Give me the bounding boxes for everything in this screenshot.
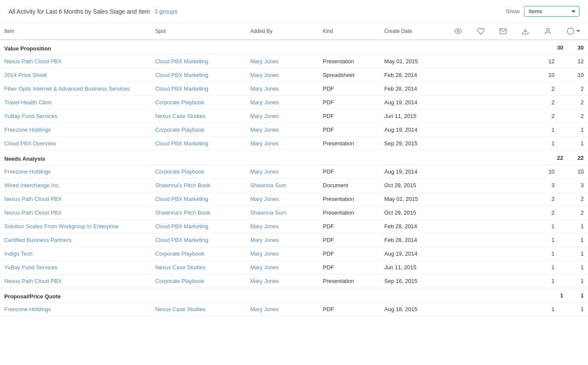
item-link[interactable]: Solution Scales From Workgroup to Enterp… [4, 223, 119, 230]
eye-icon [454, 27, 462, 35]
added-by-link[interactable]: Mary Jones [250, 264, 279, 271]
cell-added-by: Shawnna Sum [246, 206, 319, 220]
cell-spot: Corporate Playbook [151, 165, 246, 179]
cell-icon-download [514, 206, 536, 220]
cell-spot: Corporate Playbook [151, 274, 246, 288]
show-select[interactable]: Items Contacts Companies [524, 6, 579, 17]
item-link[interactable]: Cloud PBX Overview [4, 140, 56, 147]
cell-icon-eye [447, 274, 469, 288]
cell-count2: 2 [559, 109, 588, 123]
item-link[interactable]: Fiber Optic Internet & Advanced Business… [4, 85, 130, 92]
spot-link[interactable]: Cloud PBX Marketing [155, 58, 208, 65]
item-link[interactable]: Indigo Tech [4, 250, 32, 257]
item-link[interactable]: YuBay Fund Services [4, 113, 57, 119]
added-by-link[interactable]: Mary Jones [250, 306, 279, 312]
spot-link[interactable]: Nexus Case Studies [155, 113, 205, 119]
added-by-link[interactable]: Mary Jones [250, 85, 279, 92]
added-by-link[interactable]: Mary Jones [250, 278, 279, 284]
spot-link[interactable]: Shawnna's Pitch Book [155, 209, 210, 216]
cell-spot: Corporate Playbook [151, 96, 246, 109]
spot-link[interactable]: Nexus Case Studies [155, 264, 205, 271]
added-by-link[interactable]: Mary Jones [250, 250, 279, 257]
item-link[interactable]: Wired Interchange Inc. [4, 182, 60, 188]
added-by-link[interactable]: Mary Jones [250, 168, 279, 175]
spot-link[interactable]: Corporate Playbook [155, 168, 204, 175]
spot-link[interactable]: Corporate Playbook [155, 250, 204, 257]
added-by-link[interactable]: Mary Jones [250, 196, 279, 202]
cell-added-by: Mary Jones [246, 220, 319, 233]
cell-kind: PDF [319, 303, 380, 316]
cell-create-date: Feb 28, 2014 [380, 233, 447, 247]
added-by-link[interactable]: Mary Jones [250, 58, 279, 65]
added-by-link[interactable]: Mary Jones [250, 99, 279, 106]
cell-count1: 2 [536, 96, 559, 109]
cell-create-date: Aug 19, 2014 [380, 165, 447, 179]
spot-link[interactable]: Shawnna's Pitch Book [155, 182, 210, 188]
cell-spot: Shawnna's Pitch Book [151, 179, 246, 192]
item-link[interactable]: Freezone Holdings [4, 168, 51, 175]
cell-icon-eye [447, 165, 469, 179]
cell-icon-heart [469, 220, 491, 233]
cell-item: Indigo Tech [0, 247, 151, 261]
cell-spot: Cloud PBX Marketing [151, 82, 246, 96]
cell-kind: PDF [319, 109, 380, 123]
cell-icon-heart [469, 137, 491, 150]
item-link[interactable]: Nexus Path Cloud PBX [4, 196, 61, 202]
cell-count2: 1 [559, 303, 588, 316]
added-by-link[interactable]: Mary Jones [250, 72, 279, 78]
cell-create-date: Feb 28, 2014 [380, 220, 447, 233]
col-icon-download[interactable] [514, 23, 536, 40]
item-link[interactable]: Travel Health Clinic [4, 99, 52, 106]
cell-added-by: Mary Jones [246, 55, 319, 68]
cell-create-date: Aug 19, 2014 [380, 123, 447, 137]
cell-icon-mail [492, 68, 514, 82]
cell-icon-mail [492, 247, 514, 261]
spot-link[interactable]: Cloud PBX Marketing [155, 237, 208, 243]
added-by-link[interactable]: Mary Jones [250, 140, 279, 147]
cell-count2: 1 [559, 220, 588, 233]
cell-count1: 1 [536, 303, 559, 316]
cell-item: YuBay Fund Services [0, 261, 151, 274]
item-link[interactable]: Nexus Path Cloud PBX [4, 58, 61, 65]
cell-item: Nexus Path Cloud PBX [0, 192, 151, 206]
cell-count1: 1 [536, 220, 559, 233]
spot-link[interactable]: Cloud PBX Marketing [155, 196, 208, 202]
spot-link[interactable]: Cloud PBX Marketing [155, 85, 208, 92]
item-link[interactable]: Nexus Path Cloud PBX [4, 278, 61, 284]
item-link[interactable]: 2014 Price Sheet [4, 72, 47, 78]
cell-kind: PDF [319, 165, 380, 179]
col-icon-mail[interactable] [492, 23, 514, 40]
cell-icon-download [514, 137, 536, 150]
added-by-link[interactable]: Mary Jones [250, 237, 279, 243]
added-by-link[interactable]: Mary Jones [250, 223, 279, 230]
added-by-link[interactable]: Shawnna Sum [250, 209, 287, 216]
cell-icon-eye [447, 123, 469, 137]
item-link[interactable]: YuBay Fund Services [4, 264, 57, 271]
spot-link[interactable]: Nexus Case Studies [155, 306, 205, 312]
item-link[interactable]: Certified Business Partners [4, 237, 72, 243]
col-icon-heart[interactable] [469, 23, 491, 40]
added-by-link[interactable]: Mary Jones [250, 127, 279, 133]
cell-create-date: Oct 29, 2015 [380, 179, 447, 192]
spot-link[interactable]: Cloud PBX Marketing [155, 140, 208, 147]
spot-link[interactable]: Corporate Playbook [155, 127, 204, 133]
cell-icon-eye [447, 68, 469, 82]
col-icon-eye[interactable] [447, 23, 469, 40]
item-link[interactable]: Freezone Holdings [4, 127, 51, 133]
col-icon-circle[interactable] [559, 23, 588, 40]
added-by-link[interactable]: Mary Jones [250, 113, 279, 119]
item-link[interactable]: Nexus Path Cloud PBX [4, 209, 61, 216]
item-link[interactable]: Freezone Holdings [4, 306, 51, 312]
cell-count2: 3 [559, 179, 588, 192]
spot-link[interactable]: Cloud PBX Marketing [155, 223, 208, 230]
spot-link[interactable]: Corporate Playbook [155, 278, 204, 284]
spot-link[interactable]: Corporate Playbook [155, 99, 204, 106]
cell-spot: Cloud PBX Marketing [151, 192, 246, 206]
spot-link[interactable]: Cloud PBX Marketing [155, 72, 208, 78]
show-label: Show [506, 8, 520, 15]
cell-count1: 2 [536, 192, 559, 206]
table-row: Freezone Holdings Corporate Playbook Mar… [0, 165, 588, 179]
cell-added-by: Mary Jones [246, 303, 319, 316]
added-by-link[interactable]: Shawnna Sum [250, 182, 287, 188]
col-icon-user[interactable] [536, 23, 559, 40]
